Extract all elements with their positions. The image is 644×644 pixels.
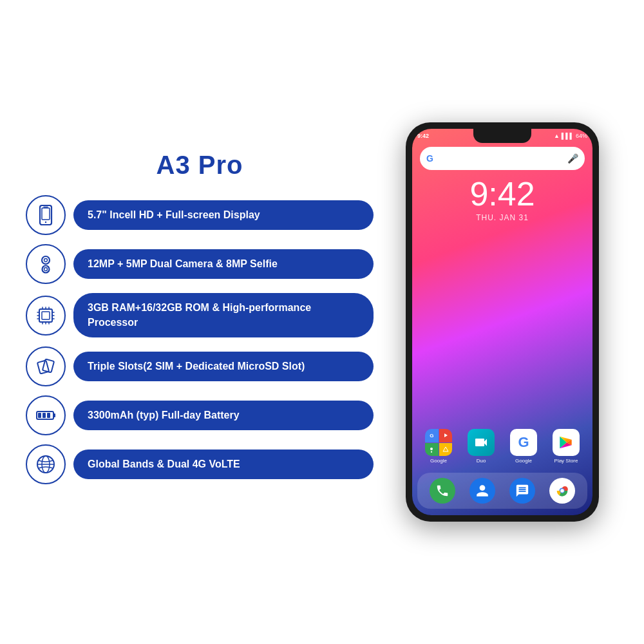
- svg-rect-26: [38, 413, 41, 418]
- gc-youtube: [439, 429, 453, 442]
- svg-rect-27: [43, 413, 46, 418]
- app-grid: G Google: [412, 429, 592, 464]
- dock-phone[interactable]: [430, 478, 455, 504]
- camera-pill: 12MP + 5MP Dual Camera & 8MP Selfie: [73, 249, 374, 279]
- feature-processor: 3GB RAM+16/32GB ROM & High-performance P…: [26, 293, 374, 337]
- play-store-label: Play Store: [554, 458, 578, 464]
- display-text: 5.7" Incell HD + Full-screen Display: [88, 209, 260, 220]
- svg-rect-25: [53, 413, 55, 417]
- svg-point-7: [44, 268, 48, 271]
- clock-time: 9:42: [412, 177, 592, 211]
- svg-rect-28: [47, 413, 50, 418]
- svg-rect-9: [42, 312, 50, 319]
- duo-label: Duo: [477, 458, 486, 464]
- phone-outer: 9:42 ▲ ▌▌▌ 64% G 🎤 9:42 THU. JAN 31: [406, 122, 599, 522]
- feature-sim: Triple Slots(2 SIM + Dedicated MicroSD S…: [26, 346, 374, 386]
- left-panel: A3 Pro 5.7" Incell HD + Full-screen Disp…: [26, 151, 374, 493]
- right-panel: 9:42 ▲ ▌▌▌ 64% G 🎤 9:42 THU. JAN 31: [386, 122, 618, 522]
- battery-pill: 3300mAh (typ) Full-day Battery: [73, 401, 374, 430]
- svg-point-4: [42, 256, 50, 264]
- globe-icon: [34, 453, 57, 476]
- mic-icon: 🎤: [567, 153, 578, 164]
- feature-global: Global Bands & Dual 4G VoLTE: [26, 444, 374, 484]
- page-container: A3 Pro 5.7" Incell HD + Full-screen Disp…: [0, 0, 644, 644]
- feature-camera: 12MP + 5MP Dual Camera & 8MP Selfie: [26, 244, 374, 284]
- gc-search: G: [425, 429, 439, 442]
- sim-text: Triple Slots(2 SIM + Dedicated MicroSD S…: [88, 361, 305, 372]
- svg-point-33: [430, 448, 433, 450]
- google-cluster-icon: G: [425, 429, 452, 456]
- display-icon-circle: [26, 195, 66, 235]
- display-pill: 5.7" Incell HD + Full-screen Display: [73, 200, 374, 230]
- gc-drive: [439, 443, 453, 457]
- dock-contacts[interactable]: [469, 478, 495, 504]
- svg-point-5: [44, 259, 48, 262]
- bottom-dock: [417, 473, 587, 509]
- display-icon: [34, 204, 57, 227]
- processor-text: 3GB RAM+16/32GB ROM & High-performance P…: [88, 302, 311, 327]
- product-title: A3 Pro: [26, 151, 374, 180]
- phone-screen: 9:42 ▲ ▌▌▌ 64% G 🎤 9:42 THU. JAN 31: [412, 129, 592, 515]
- svg-rect-1: [42, 208, 50, 220]
- signal-icon: ▌▌▌: [562, 133, 574, 139]
- phone-notch: [473, 129, 531, 143]
- svg-point-2: [45, 222, 46, 223]
- search-bar[interactable]: G 🎤: [420, 147, 585, 170]
- feature-display: 5.7" Incell HD + Full-screen Display: [26, 195, 374, 235]
- svg-rect-8: [39, 309, 52, 322]
- feature-battery: 3300mAh (typ) Full-day Battery: [26, 395, 374, 435]
- dock-chrome[interactable]: [549, 478, 575, 504]
- google-cluster-label: Google: [430, 458, 447, 464]
- sim-pill: Triple Slots(2 SIM + Dedicated MicroSD S…: [73, 352, 374, 381]
- svg-marker-34: [443, 447, 448, 451]
- app-google-cluster[interactable]: G Google: [425, 429, 452, 464]
- google-search-label: Google: [515, 458, 532, 464]
- google-g-logo: G: [426, 153, 433, 164]
- sim-icon: [34, 355, 57, 378]
- svg-marker-32: [444, 433, 448, 437]
- camera-text: 12MP + 5MP Dual Camera & 8MP Selfie: [88, 258, 278, 269]
- dock-messages[interactable]: [509, 478, 535, 504]
- camera-icon: [34, 252, 57, 276]
- gc-maps: [425, 443, 439, 457]
- google-search-icon: G: [510, 429, 537, 456]
- wifi-icon: ▲: [554, 133, 560, 139]
- status-time: 9:42: [417, 133, 429, 139]
- processor-icon: [34, 304, 57, 327]
- app-play-store[interactable]: Play Store: [553, 429, 580, 464]
- sim-icon-circle: [26, 346, 66, 386]
- battery-icon-circle: [26, 395, 66, 435]
- camera-icon-circle: [26, 244, 66, 284]
- clock-display: 9:42 THU. JAN 31: [412, 177, 592, 222]
- duo-icon: [468, 429, 495, 456]
- svg-point-6: [43, 266, 50, 273]
- play-store-icon: [553, 429, 580, 456]
- clock-date: THU. JAN 31: [412, 213, 592, 222]
- svg-point-36: [560, 489, 564, 493]
- globe-icon-circle: [26, 444, 66, 484]
- app-google-search[interactable]: G Google: [510, 429, 537, 464]
- global-text: Global Bands & Dual 4G VoLTE: [88, 459, 240, 469]
- processor-icon-circle: [26, 296, 66, 336]
- app-duo[interactable]: Duo: [468, 429, 495, 464]
- processor-pill: 3GB RAM+16/32GB ROM & High-performance P…: [73, 293, 374, 337]
- global-pill: Global Bands & Dual 4G VoLTE: [73, 450, 374, 479]
- battery-text: 3300mAh (typ) Full-day Battery: [88, 410, 240, 421]
- status-icons: ▲ ▌▌▌ 64%: [554, 133, 587, 139]
- battery-status-icon: 64%: [576, 133, 587, 139]
- battery-icon: [34, 404, 57, 427]
